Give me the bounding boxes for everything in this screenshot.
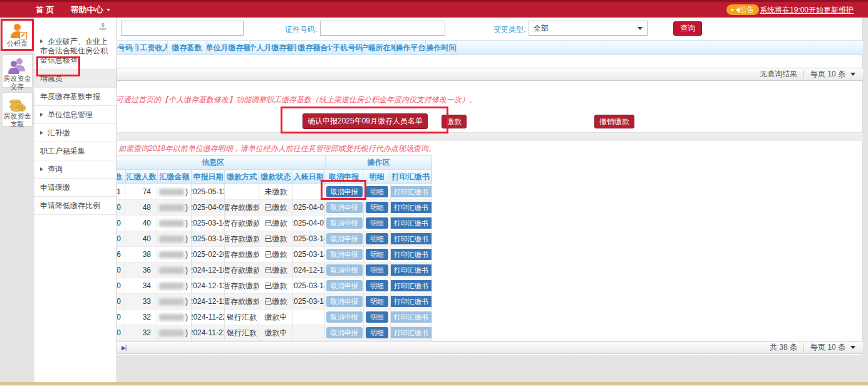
expand-arrow-icon xyxy=(40,167,45,171)
bottom-border-line xyxy=(0,382,868,385)
cancel-declare-button[interactable]: 取消申报 xyxy=(326,280,363,291)
name-search-input[interactable] xyxy=(121,21,244,36)
cancel-declare-button[interactable]: 取消申报 xyxy=(326,202,363,213)
rail-item-fanggai-jiaocun[interactable]: 房改资金 交存 xyxy=(2,55,33,88)
cancel-declare-button[interactable]: 取消申报 xyxy=(326,311,363,323)
menu-item-query[interactable]: 查询 xyxy=(34,160,116,179)
column-header[interactable]: 月工资收入 xyxy=(135,41,168,55)
cancel-declare-button[interactable]: 取消申报 xyxy=(326,186,363,197)
status-text: 缴款中 xyxy=(259,325,293,340)
print-remit-button[interactable]: 打印汇缴书 xyxy=(391,280,432,291)
detail-button[interactable]: 明细 xyxy=(366,311,388,323)
person-edit-icon xyxy=(9,24,26,39)
menu-item-enterprise-check[interactable]: 企业破产、企业上市合法合规住房公积金信息核查 xyxy=(34,33,116,70)
menu-item-unit-info[interactable]: 单位信息管理 xyxy=(34,106,116,124)
rail-item-label: 房改资金 xyxy=(3,75,32,83)
chevron-down-icon[interactable] xyxy=(850,73,855,78)
column-header[interactable]: 月缴存额合计 xyxy=(293,41,333,55)
table-row: 0 33 ) 2024-12-12 暂存款缴款 已缴款 2025-03-14 取… xyxy=(100,294,432,310)
confirm-declare-button[interactable]: 确认申报2025年09月缴存人员名单 xyxy=(302,113,428,129)
rail-item-gongjijin[interactable]: 公积金 xyxy=(2,21,33,50)
nav-help-center[interactable]: 帮助中心 xyxy=(71,4,110,16)
table-row: 0 32 ) 2024-11-22 银行汇款 缴款中 取消申报 明细 打印汇缴书 xyxy=(100,310,432,325)
column-header[interactable]: 明细 xyxy=(363,170,390,184)
chevron-down-icon[interactable] xyxy=(850,346,855,352)
detail-button[interactable]: 明细 xyxy=(366,186,388,197)
detail-button[interactable]: 明细 xyxy=(366,249,388,260)
print-remit-button[interactable]: 打印汇缴书 xyxy=(391,296,432,307)
base-adjust-notice: ，可通过首页的【个人缴存基数修改】功能调整职工缴存基数（线上渠道住房公积金年度内… xyxy=(108,95,477,105)
column-header[interactable]: 操作时间 xyxy=(426,41,457,55)
status-text: 已缴款 xyxy=(259,216,293,231)
column-header[interactable]: 汇缴人数 xyxy=(126,170,158,184)
cert-number-label: 证件号码: xyxy=(285,24,317,35)
cancel-declare-button[interactable]: 取消申报 xyxy=(326,296,363,307)
print-remit-button[interactable]: 打印汇缴书 xyxy=(391,311,432,323)
detail-button[interactable]: 明细 xyxy=(366,264,388,276)
column-header[interactable]: 入账日期 xyxy=(293,170,325,184)
menu-item-hukou-collect[interactable]: 职工户籍采集 xyxy=(34,142,116,160)
column-header[interactable]: 单位月缴存额 xyxy=(207,41,251,55)
menu-item-huibujiao[interactable]: 汇补缴 xyxy=(34,124,116,142)
print-remit-button[interactable]: 打印汇缴书 xyxy=(391,186,432,197)
column-header[interactable]: 户籍所在地 xyxy=(363,41,396,55)
detail-button[interactable]: 明细 xyxy=(366,327,388,338)
redacted-amount-cell: ) xyxy=(157,278,192,293)
cert-number-input[interactable] xyxy=(320,21,445,36)
column-header[interactable]: 申报日期 xyxy=(192,170,225,184)
detail-button[interactable]: 明细 xyxy=(366,296,388,307)
cancel-declare-button[interactable]: 取消申报 xyxy=(326,233,363,244)
employee-table-header: 件号码 月工资收入 缴存基数 单位月缴存额 个人月缴存额 月缴存额合计 手机号码… xyxy=(101,40,863,55)
main-content: 证件号码: 变更类型: 全部 查询 件号码 月工资收入 缴存基数 单位月缴存额 … xyxy=(117,18,863,355)
column-header[interactable]: 取消申报 xyxy=(325,170,364,184)
last-page-icon[interactable]: ▶| xyxy=(121,345,126,351)
cancel-declare-button[interactable]: 取消申报 xyxy=(326,327,363,338)
announcement-badge[interactable]: 公告 xyxy=(726,4,759,15)
redacted-amount-cell: ) xyxy=(157,310,192,325)
print-remit-button[interactable]: 打印汇缴书 xyxy=(391,327,432,338)
system-maintenance-link[interactable]: 系统将在19:00开始更新维护 xyxy=(760,5,854,16)
cancel-declare-button[interactable]: 取消申报 xyxy=(326,249,363,260)
table-row: 0 32 ) 2024-11-21 银行汇款 缴款中 取消申报 明细 打印汇缴书 xyxy=(100,325,432,341)
rail-item-label-line2: 支取 xyxy=(3,120,32,128)
menu-item-annual-base-declare[interactable]: 年度缴存基数申报 xyxy=(34,88,116,106)
remittance-table-pager: ▶| 共 38 条 每页 10 条 xyxy=(117,341,863,354)
change-type-label: 变更类型: xyxy=(493,24,525,35)
coins-icon: 0 xyxy=(9,96,26,112)
revoke-pay-button[interactable]: 撤销缴款 xyxy=(594,115,634,128)
column-header[interactable]: 手机号码 xyxy=(333,41,363,55)
detail-button[interactable]: 明细 xyxy=(366,233,388,244)
detail-button[interactable]: 明细 xyxy=(366,217,388,229)
column-header[interactable]: 操作平台 xyxy=(396,41,426,55)
column-header[interactable]: 缴款方式 xyxy=(225,170,259,184)
rail-item-fanggai-zhiqu[interactable]: 0 房改资金 支取 xyxy=(2,92,33,127)
print-remit-button[interactable]: 打印汇缴书 xyxy=(391,264,432,276)
anchor-icon[interactable]: ⚓ xyxy=(99,21,107,33)
status-text: 已缴款 xyxy=(259,278,293,293)
nav-home[interactable]: 首 页 xyxy=(36,4,54,16)
cancel-declare-button[interactable]: 取消申报 xyxy=(326,217,363,229)
detail-button[interactable]: 明细 xyxy=(366,280,388,291)
menu-item-apply-lower-ratio[interactable]: 申请降低缴存比例 xyxy=(34,197,116,215)
menu-item-apply-defer[interactable]: 申请缓缴 xyxy=(34,179,116,197)
column-header[interactable]: 个人月缴存额 xyxy=(251,41,293,55)
print-remit-button[interactable]: 打印汇缴书 xyxy=(391,217,432,229)
column-header[interactable]: 缴存基数 xyxy=(168,41,207,55)
print-remit-button[interactable]: 打印汇缴书 xyxy=(391,233,432,244)
print-remit-button[interactable]: 打印汇缴书 xyxy=(391,249,432,260)
menu-item-zengjianyuan[interactable]: 增减员 xyxy=(34,70,116,88)
cancel-declare-button[interactable]: 取消申报 xyxy=(326,264,363,276)
search-button[interactable]: 查询 xyxy=(673,21,702,36)
redacted-amount xyxy=(159,189,184,196)
column-header[interactable]: 打印汇缴书 xyxy=(390,170,431,184)
no-result-text: 无查询结果 xyxy=(760,69,797,80)
column-header[interactable]: 汇缴金额 xyxy=(158,170,192,184)
change-type-select[interactable]: 全部 xyxy=(529,21,648,36)
employee-table-pager: 无查询结果 每页 10 条 xyxy=(117,68,863,81)
pay-button[interactable]: 缴款 xyxy=(442,115,467,128)
detail-button[interactable]: 明细 xyxy=(366,202,388,213)
rail-item-label-line2: 交存 xyxy=(3,83,32,91)
print-remit-button[interactable]: 打印汇缴书 xyxy=(391,202,432,213)
column-header[interactable]: 缴款状态 xyxy=(259,170,293,184)
redacted-amount-cell: ) xyxy=(157,247,192,262)
